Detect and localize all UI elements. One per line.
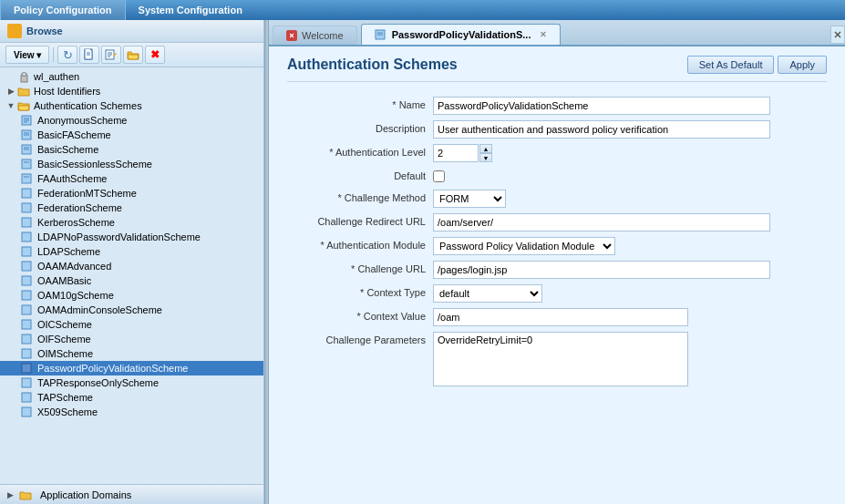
set-as-default-button[interactable]: Set As Default: [687, 56, 775, 74]
challenge-redirect-input[interactable]: [433, 213, 770, 231]
tree-toolbar: View ▾ ↻ ✖: [0, 43, 263, 67]
auth-module-select[interactable]: Password Policy Validation Module LDAP K…: [433, 237, 615, 255]
tree-item-OAAMAdvanced[interactable]: OAAMAdvanced: [0, 259, 263, 273]
challenge-params-textarea[interactable]: OverrideRetryLimit=0: [433, 332, 688, 386]
tree-item-X509Scheme[interactable]: X509Scheme: [0, 405, 263, 419]
tree-item-TAPResponseOnlyScheme[interactable]: TAPResponseOnlyScheme: [0, 375, 263, 390]
tree-item-KerberosScheme[interactable]: KerberosScheme: [0, 215, 263, 230]
auth-module-row: * Authentication Module Password Policy …: [287, 237, 827, 255]
tree-item-AnonymousScheme[interactable]: AnonymousScheme: [0, 113, 263, 128]
tree-label: KerberosScheme: [37, 217, 115, 228]
tree-item-LDAPScheme[interactable]: LDAPScheme: [0, 244, 263, 259]
toolbar-sep-1: [53, 47, 54, 62]
challenge-params-control: OverrideRetryLimit=0: [433, 332, 827, 388]
scheme-icon: [20, 318, 35, 331]
tree-label: LDAPNoPasswordValidationScheme: [37, 231, 201, 242]
svg-rect-39: [22, 407, 31, 417]
context-type-select[interactable]: default custom: [433, 284, 542, 303]
tree-item-TAPScheme[interactable]: TAPScheme: [0, 390, 263, 405]
tree-item-LDAPNoPasswordValidationScheme[interactable]: LDAPNoPasswordValidationScheme: [0, 230, 263, 244]
tree-item-FederationMTScheme[interactable]: FederationMTScheme: [0, 186, 263, 201]
tree-label: OIMScheme: [37, 348, 93, 359]
tree-item-BasicSessionlessScheme[interactable]: BasicSessionlessScheme: [0, 157, 263, 171]
auth-level-control: ▲ ▼: [433, 144, 827, 162]
svg-rect-31: [22, 291, 31, 300]
scheme-icon: [20, 274, 35, 287]
svg-rect-27: [22, 232, 31, 242]
browse-icon: [7, 24, 22, 38]
tree-item-OAM10gScheme[interactable]: OAM10gScheme: [0, 288, 263, 303]
tab-label-welcome: Welcome: [302, 30, 344, 41]
description-control: [433, 120, 827, 139]
refresh-button[interactable]: ↻: [57, 46, 77, 64]
auth-level-input[interactable]: [433, 144, 479, 162]
tree-label: OAM10gScheme: [37, 290, 114, 301]
tree-item-PasswordPolicyValidationScheme[interactable]: PasswordPolicyValidationScheme: [0, 361, 263, 375]
tree-item-OIFScheme[interactable]: OIFScheme: [0, 332, 263, 346]
challenge-redirect-row: Challenge Redirect URL: [287, 213, 827, 231]
open-folder-button[interactable]: [123, 46, 143, 64]
context-value-input[interactable]: [433, 308, 688, 326]
scheme-icon: [20, 347, 35, 360]
svg-rect-34: [22, 334, 31, 344]
new-document-button[interactable]: [79, 46, 99, 64]
challenge-url-row: * Challenge URL: [287, 261, 827, 279]
tab-close-ppvs[interactable]: ✕: [540, 30, 547, 39]
spinner-down[interactable]: ▼: [479, 153, 492, 162]
scheme-icon-selected: [20, 362, 35, 375]
delete-button[interactable]: ✖: [145, 46, 165, 64]
left-panel-bottom[interactable]: ▶ Application Domains: [0, 484, 263, 504]
spinner-buttons: ▲ ▼: [479, 144, 492, 162]
tree-container[interactable]: wl_authen ▶ Host Identifiers ▼ Authentic…: [0, 67, 263, 484]
auth-module-control: Password Policy Validation Module LDAP K…: [433, 237, 827, 255]
tree-item-FAAuthScheme[interactable]: FAAuthScheme: [0, 171, 263, 186]
svg-rect-35: [22, 349, 31, 358]
menu-policy-config[interactable]: Policy Configuration: [0, 0, 126, 20]
default-checkbox[interactable]: [433, 170, 445, 182]
tab-panel-close-button[interactable]: [830, 26, 845, 44]
svg-rect-33: [22, 320, 31, 329]
tree-item-FederationScheme[interactable]: FederationScheme: [0, 201, 263, 215]
scheme-icon: [20, 231, 35, 243]
lock-icon: [16, 70, 31, 83]
context-type-control: default custom: [433, 284, 827, 303]
tree-item-OICScheme[interactable]: OICScheme: [0, 317, 263, 332]
tree-label: BasicScheme: [37, 144, 98, 155]
edit-button[interactable]: [101, 46, 121, 64]
spinner-up[interactable]: ▲: [479, 144, 492, 153]
tree-item-wl_authen[interactable]: wl_authen: [0, 69, 263, 84]
view-button[interactable]: View ▾: [5, 46, 49, 64]
challenge-method-label: * Challenge Method: [287, 190, 433, 203]
tree-label: Authentication Schemes: [34, 100, 142, 111]
folder-bottom-icon: [18, 489, 33, 501]
tree-item-host-identifiers[interactable]: ▶ Host Identifiers: [0, 84, 263, 98]
tree-label: OICScheme: [37, 319, 92, 330]
tree-item-OIMScheme[interactable]: OIMScheme: [0, 346, 263, 361]
scheme-icon: [20, 114, 35, 127]
tree-item-OAAMBasic[interactable]: OAAMBasic: [0, 273, 263, 288]
description-input[interactable]: [433, 120, 770, 139]
svg-rect-28: [22, 247, 31, 256]
challenge-url-input[interactable]: [433, 261, 770, 279]
tree-label: X509Scheme: [37, 406, 98, 417]
tab-welcome[interactable]: Welcome: [273, 26, 357, 45]
form-table: * Name Description * Authentication Leve…: [287, 97, 827, 388]
menu-system-config[interactable]: System Configuration: [126, 0, 255, 20]
tree-item-BasicFAScheme[interactable]: BasicFAScheme: [0, 128, 263, 142]
scheme-icon: [20, 333, 35, 345]
folder-icon: [16, 85, 31, 98]
tab-ppvs[interactable]: PasswordPolicyValidationS... ✕: [361, 24, 561, 45]
tree-item-OAMAdminConsoleScheme[interactable]: OAMAdminConsoleScheme: [0, 303, 263, 317]
tab-close-welcome[interactable]: [286, 30, 297, 41]
tree-item-BasicScheme[interactable]: BasicScheme: [0, 142, 263, 157]
name-input[interactable]: [433, 97, 770, 115]
tree-item-auth-schemes[interactable]: ▼ Authentication Schemes: [0, 98, 263, 113]
folder-open-icon: [16, 99, 31, 112]
left-panel: Browse View ▾ ↻ ✖: [0, 20, 264, 504]
challenge-method-select[interactable]: FORM BASIC DIGEST: [433, 190, 506, 208]
tab-bar: Welcome PasswordPolicyValidationS... ✕: [269, 20, 845, 46]
context-value-label: * Context Value: [287, 308, 433, 322]
apply-button[interactable]: Apply: [778, 56, 827, 74]
scheme-icon: [20, 143, 35, 156]
tree-label: BasicFAScheme: [37, 129, 111, 140]
